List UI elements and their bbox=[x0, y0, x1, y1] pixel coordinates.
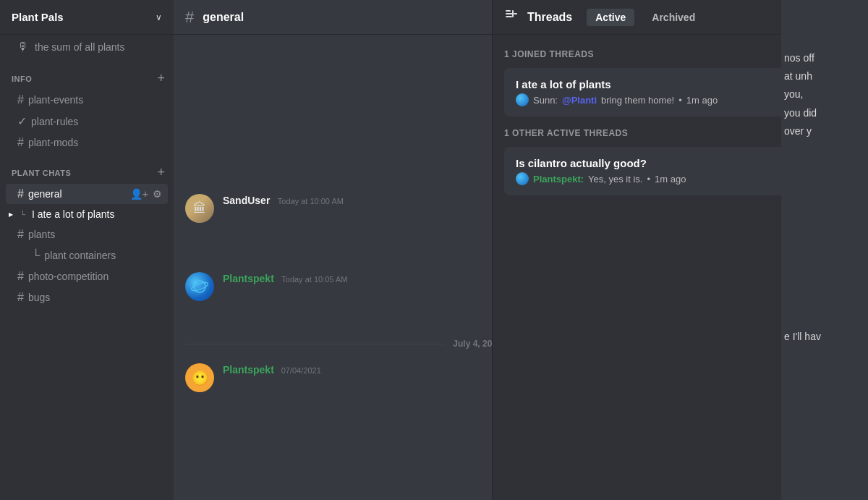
channel-label: general bbox=[28, 188, 62, 200]
hash-icon: # bbox=[17, 93, 24, 106]
thread-time: 1m ago bbox=[686, 95, 718, 106]
thread-meta: Plantspekt: Yes, yes it is. • 1m ago bbox=[516, 172, 781, 185]
thread-arrow-icon: └ bbox=[20, 211, 25, 219]
hash-icon: # bbox=[17, 291, 24, 304]
thread-info: Is cilantro actually good? Plantspekt: Y… bbox=[516, 157, 781, 185]
thread-author: Plantspekt: bbox=[533, 174, 584, 185]
thread-message: Yes, yes it is. bbox=[588, 174, 642, 185]
username: SandUser bbox=[223, 195, 270, 206]
channel-hash-icon: # bbox=[185, 8, 194, 27]
sidebar-item-label: the sum of all plants bbox=[35, 41, 125, 53]
avatar: 😶 bbox=[185, 363, 214, 392]
joined-threads-section-label: 1 JOINED THREADS bbox=[504, 49, 781, 59]
chevron-down-icon: ∨ bbox=[156, 12, 162, 22]
channel-actions: 👤+ ⚙ bbox=[130, 188, 162, 200]
thread-mention: @Planti bbox=[562, 95, 597, 106]
hash-icon: # bbox=[17, 270, 24, 283]
thread-message: bring them home! bbox=[601, 95, 674, 106]
tab-archived[interactable]: Archived bbox=[643, 9, 704, 26]
timestamp: Today at 10:00 AM bbox=[278, 197, 344, 205]
rules-icon: ✓ bbox=[17, 114, 27, 128]
thread-title: Is cilantro actually good? bbox=[516, 157, 781, 169]
sidebar-item-plant-mods[interactable]: # plant-mods bbox=[6, 132, 168, 153]
thread-card-ate-lot[interactable]: I ate a lot of plants Sunn: @Planti brin… bbox=[504, 68, 781, 116]
thread-author-avatar bbox=[516, 172, 529, 185]
hash-icon: # bbox=[17, 136, 24, 149]
sidebar-item-general[interactable]: # general 👤+ ⚙ bbox=[6, 184, 168, 204]
threads-panel-header: Threads Active Archived Create ✕ bbox=[493, 0, 781, 35]
hash-icon: # bbox=[17, 228, 24, 241]
username: Plantspekt bbox=[223, 364, 277, 376]
add-channel-icon[interactable]: + bbox=[154, 71, 168, 86]
channel-label: plant-events bbox=[28, 94, 83, 106]
avatar: 🏛 bbox=[185, 194, 214, 223]
timestamp: Today at 10:05 AM bbox=[281, 275, 347, 284]
add-channel-icon[interactable]: + bbox=[154, 165, 168, 180]
channel-label: photo-competition bbox=[28, 271, 109, 282]
threads-panel-icon bbox=[504, 8, 519, 26]
right-partial-content: nos off at unh you, you did over y e I'l… bbox=[781, 0, 868, 500]
section-label-plant-chats: PLANT CHATS bbox=[12, 169, 71, 177]
sidebar-item-plants[interactable]: # plants bbox=[6, 224, 168, 245]
svg-rect-5 bbox=[512, 10, 514, 17]
other-threads-section-label: 1 OTHER ACTIVE THREADS bbox=[504, 128, 781, 138]
sidebar-content: 🎙 the sum of all plants INFO + # plant-e… bbox=[0, 35, 174, 500]
channel-title: general bbox=[203, 11, 244, 24]
sidebar-item-bugs[interactable]: # bugs bbox=[6, 287, 168, 308]
thread-time: 1m ago bbox=[655, 174, 686, 185]
thread-title: I ate a lot of plants bbox=[516, 78, 781, 90]
sidebar: Plant Pals ∨ 🎙 the sum of all plants INF… bbox=[0, 0, 174, 500]
section-label-info: INFO bbox=[12, 75, 32, 83]
svg-rect-2 bbox=[506, 10, 511, 12]
threads-panel-title: Threads bbox=[527, 11, 572, 24]
sidebar-item-thread-ate-lot[interactable]: ▶ └ I ate a lot of plants bbox=[6, 205, 168, 224]
add-member-icon[interactable]: 👤+ bbox=[130, 188, 148, 200]
hash-icon: # bbox=[17, 187, 24, 200]
sidebar-item-plant-rules[interactable]: ✓ plant-rules bbox=[6, 111, 168, 132]
server-header[interactable]: Plant Pals ∨ bbox=[0, 0, 174, 35]
thread-author-avatar bbox=[516, 93, 529, 106]
channel-header-left: # general bbox=[185, 8, 244, 27]
gear-icon[interactable]: ⚙ bbox=[153, 188, 162, 200]
thread-author: Sunn: bbox=[533, 95, 558, 106]
thread-arrow-icon: └ bbox=[32, 249, 40, 262]
channel-label: bugs bbox=[28, 292, 50, 303]
thread-meta: Sunn: @Planti bring them home! • 1m ago bbox=[516, 93, 781, 106]
threads-content: 1 JOINED THREADS I ate a lot of plants S… bbox=[493, 35, 781, 500]
timestamp: 07/04/2021 bbox=[281, 366, 321, 375]
svg-rect-4 bbox=[506, 16, 512, 17]
channel-label: plant-mods bbox=[28, 137, 78, 148]
avatar bbox=[185, 272, 214, 301]
voice-channel-icon: 🎙 bbox=[17, 41, 29, 54]
sidebar-item-plant-containers[interactable]: └ plant containers bbox=[6, 245, 168, 266]
svg-rect-6 bbox=[514, 13, 517, 14]
main-content: # general ⊞ 2 🔔 🏛 SandUser Today at 10:0… bbox=[174, 0, 781, 500]
section-info[interactable]: INFO + bbox=[0, 59, 174, 89]
channel-label: plant containers bbox=[44, 250, 116, 261]
thread-card-cilantro[interactable]: Is cilantro actually good? Plantspekt: Y… bbox=[504, 147, 781, 195]
thread-dot-sep: • bbox=[647, 174, 650, 185]
sidebar-item-plant-events[interactable]: # plant-events bbox=[6, 90, 168, 110]
sidebar-item-photo-competition[interactable]: # photo-competition bbox=[6, 266, 168, 287]
thread-label: I ate a lot of plants bbox=[32, 208, 114, 220]
svg-point-1 bbox=[191, 281, 208, 292]
partial-text-1: nos off at unh you, you did over y bbox=[784, 49, 862, 140]
server-name: Plant Pals bbox=[12, 11, 64, 23]
channel-label: plant-rules bbox=[31, 116, 78, 127]
partial-text-2: e I'll hav bbox=[784, 329, 862, 344]
thread-dot-sep: • bbox=[678, 95, 682, 106]
thread-info: I ate a lot of plants Sunn: @Planti brin… bbox=[516, 78, 781, 106]
sidebar-item-sum-of-all-plants[interactable]: 🎙 the sum of all plants bbox=[6, 36, 168, 58]
section-plant-chats[interactable]: PLANT CHATS + bbox=[0, 153, 174, 183]
active-dot: ▶ bbox=[9, 211, 13, 218]
username: Plantspekt bbox=[223, 273, 274, 284]
threads-panel: Threads Active Archived Create ✕ 1 JOINE… bbox=[492, 0, 781, 500]
tab-active[interactable]: Active bbox=[587, 9, 634, 26]
channel-label: plants bbox=[28, 229, 55, 240]
